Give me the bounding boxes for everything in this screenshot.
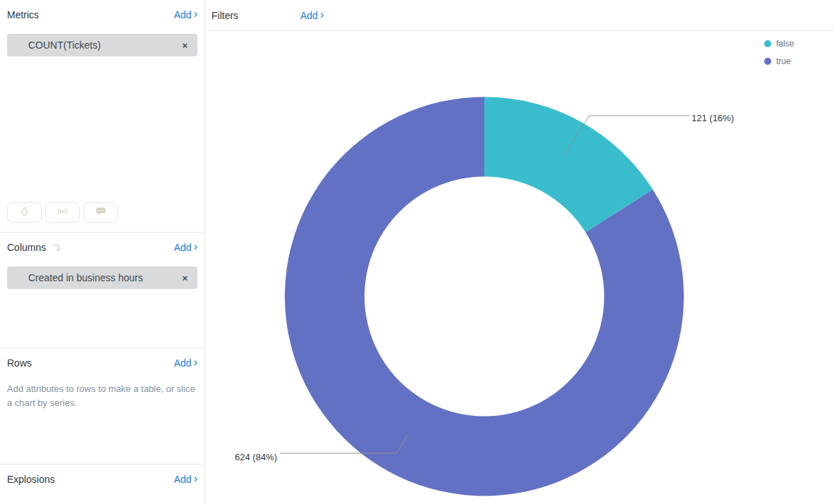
rows-empty-hint: Add attributes to rows to make a table, … — [7, 382, 197, 410]
legend-label: false — [776, 39, 794, 49]
pivot-arrow-icon[interactable] — [51, 242, 63, 253]
filters-bar: Filters Add › — [205, 0, 834, 31]
add-label: Add — [174, 242, 192, 253]
rows-add-button[interactable]: Add › — [174, 357, 197, 369]
metrics-section: Metrics Add › COUNT(Tickets) × — [0, 0, 204, 233]
metrics-title: Metrics — [7, 9, 39, 20]
chevron-right-icon: › — [194, 357, 197, 367]
chevron-right-icon: › — [194, 474, 197, 484]
chevron-right-icon: › — [194, 242, 197, 252]
columns-title: Columns — [7, 242, 46, 253]
explore-query-builder: Metrics Add › COUNT(Tickets) × — [0, 0, 834, 504]
chevron-right-icon: › — [194, 9, 197, 19]
legend-item-true[interactable]: true — [764, 52, 794, 70]
explosions-add-button[interactable]: Add › — [174, 474, 197, 485]
rows-title: Rows — [7, 357, 32, 369]
columns-section: Columns Add › Created in business hours … — [0, 233, 204, 348]
remove-chip-icon[interactable]: × — [182, 41, 188, 50]
chart-legend: falsetrue — [764, 35, 794, 70]
columns-add-button[interactable]: Add › — [174, 242, 197, 253]
chip-label: COUNT(Tickets) — [28, 39, 182, 51]
metric-format-button[interactable] — [7, 202, 42, 223]
filters-title: Filters — [211, 10, 300, 21]
add-label: Add — [174, 9, 192, 20]
filters-add-button[interactable]: Add › — [300, 10, 324, 21]
legend-swatch — [764, 40, 771, 47]
metric-annotation-button[interactable] — [83, 202, 118, 223]
data-label: 624 (84%) — [235, 452, 277, 462]
legend-label: true — [776, 56, 791, 66]
chat-bubble-icon — [94, 206, 107, 220]
donut-chart: 121 (16%)624 (84%) — [205, 31, 834, 504]
legend-swatch — [764, 58, 771, 65]
metric-forecast-button[interactable] — [45, 202, 80, 223]
explosions-title: Explosions — [7, 474, 55, 485]
metric-chip[interactable]: COUNT(Tickets) × — [7, 34, 197, 56]
chart-area: 121 (16%)624 (84%) falsetrue — [205, 31, 834, 504]
droplet-icon — [19, 206, 30, 220]
broadcast-icon — [56, 206, 70, 220]
add-label: Add — [174, 357, 192, 369]
legend-item-false[interactable]: false — [764, 35, 794, 52]
rows-section: Rows Add › Add attributes to rows to mak… — [0, 348, 204, 465]
add-label: Add — [300, 10, 318, 21]
chart-panel: Filters Add › 121 (16%)624 (84%) falsetr… — [205, 0, 834, 504]
metrics-add-button[interactable]: Add › — [174, 9, 197, 20]
chevron-right-icon: › — [320, 10, 324, 20]
add-label: Add — [174, 474, 192, 485]
data-label: 121 (16%) — [692, 113, 734, 123]
remove-chip-icon[interactable]: × — [182, 273, 188, 283]
sidebar: Metrics Add › COUNT(Tickets) × — [0, 0, 205, 504]
column-chip[interactable]: Created in business hours × — [7, 266, 197, 289]
explosions-section: Explosions Add › — [0, 465, 204, 504]
metric-tools — [7, 202, 118, 223]
chip-label: Created in business hours — [28, 272, 182, 283]
